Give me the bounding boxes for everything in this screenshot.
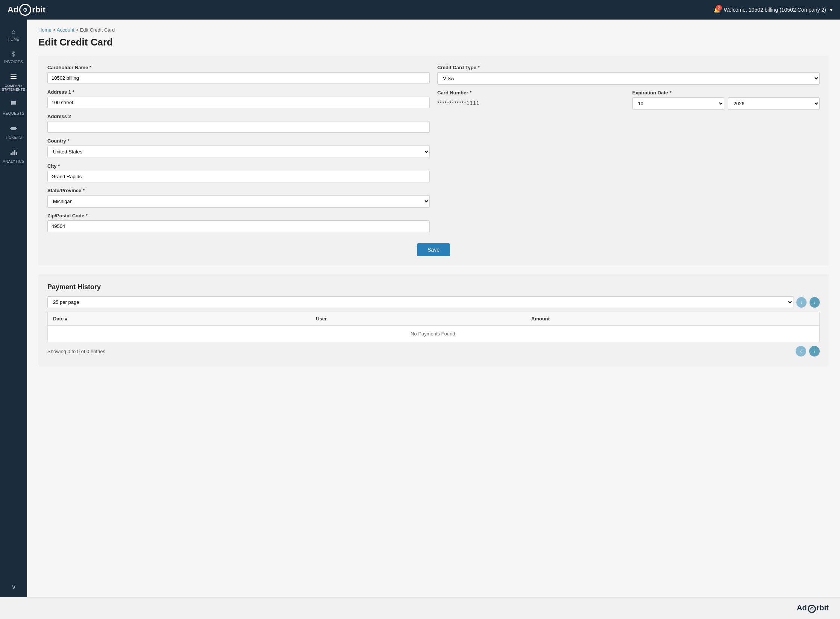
breadcrumb-sep2: > — [76, 27, 80, 33]
address1-group: Address 1 * — [47, 89, 430, 108]
table-header-row: Date▲ User Amount — [48, 312, 820, 326]
sidebar-label-requests: REQUESTS — [3, 111, 24, 115]
expiry-row: 01020304 05060708 09101112 202420252026 … — [632, 97, 820, 110]
sidebar-item-home[interactable]: ⌂ HOME — [0, 23, 27, 46]
bottom-prev-button[interactable]: ‹ — [796, 346, 806, 357]
credit-card-type-group: Credit Card Type * VISA Mastercard Ameri… — [437, 65, 820, 85]
svg-rect-3 — [11, 153, 12, 155]
breadcrumb-sep1: > — [53, 27, 57, 33]
exp-month-select[interactable]: 01020304 05060708 09101112 — [632, 97, 724, 110]
sidebar-item-invoices[interactable]: $ INVOICES — [0, 46, 27, 68]
city-group: City * — [47, 163, 430, 182]
sidebar-label-tickets: TICKETS — [5, 135, 22, 140]
notification-bell[interactable]: 🔔 2 — [714, 7, 720, 13]
logo[interactable]: Ad ⊙ rbit — [8, 4, 45, 16]
empty-message: No Payments Found. — [48, 326, 820, 342]
table-empty-row: No Payments Found. — [48, 326, 820, 342]
chevron-down-icon: ▾ — [830, 7, 832, 13]
address2-label: Address 2 — [47, 114, 430, 119]
zip-input[interactable] — [47, 220, 430, 232]
card-number-label: Card Number * — [437, 90, 625, 96]
edit-credit-card-form: Cardholder Name * Address 1 * Address 2 … — [38, 56, 829, 265]
svg-rect-4 — [12, 152, 14, 155]
svg-rect-6 — [16, 152, 17, 155]
next-page-button[interactable]: › — [810, 297, 820, 308]
user-menu[interactable]: 🔔 2 Welcome, 10502 billing (10502 Compan… — [714, 7, 832, 13]
chevron-down-icon: ∨ — [11, 583, 16, 591]
svg-rect-5 — [14, 150, 15, 155]
sidebar: ⌂ HOME $ INVOICES COMPANYSTATEMENTS — [0, 20, 27, 597]
tickets-icon — [10, 124, 17, 134]
analytics-icon — [10, 149, 17, 158]
sidebar-label-company-statements: COMPANYSTATEMENTS — [2, 84, 25, 91]
zip-label: Zip/Postal Code * — [47, 213, 430, 218]
state-select[interactable]: Michigan California New York Texas Flori… — [47, 195, 430, 208]
breadcrumb-current: Edit Credit Card — [80, 27, 115, 33]
payment-history-title: Payment History — [47, 283, 820, 291]
sidebar-collapse-button[interactable]: ∨ — [11, 583, 16, 597]
city-label: City * — [47, 163, 430, 169]
invoices-icon: $ — [12, 50, 15, 58]
home-icon: ⌂ — [11, 28, 15, 36]
sidebar-item-company-statements[interactable]: COMPANYSTATEMENTS — [0, 68, 27, 96]
sidebar-label-invoices: INVOICES — [4, 60, 23, 64]
credit-card-type-label: Credit Card Type * — [437, 65, 820, 70]
breadcrumb-home-link[interactable]: Home — [38, 27, 52, 33]
bottom-pagination: ‹ › — [796, 346, 820, 357]
showing-entries: Showing 0 to 0 of 0 entries ‹ › — [47, 346, 820, 357]
notification-badge: 2 — [716, 5, 722, 11]
footer: Ad⊙rbit — [0, 597, 840, 619]
welcome-text: Welcome, 10502 billing (10502 Company 2) — [724, 7, 826, 13]
state-group: State/Province * Michigan California New… — [47, 188, 430, 208]
expiration-group: Expiration Date * 01020304 05060708 0910… — [632, 90, 820, 110]
state-label: State/Province * — [47, 188, 430, 193]
svg-rect-1 — [11, 76, 17, 77]
address2-input[interactable] — [47, 121, 430, 133]
main-content: Home > Account > Edit Credit Card Edit C… — [27, 20, 840, 597]
sidebar-label-home: HOME — [8, 37, 19, 41]
sidebar-label-analytics: ANALYTICS — [3, 159, 24, 164]
svg-rect-2 — [11, 78, 17, 79]
form-left-column: Cardholder Name * Address 1 * Address 2 … — [47, 65, 430, 237]
page-title: Edit Credit Card — [38, 36, 829, 48]
card-number-group: Card Number * ************1111 — [437, 90, 625, 110]
sidebar-item-tickets[interactable]: TICKETS — [0, 120, 27, 144]
payment-history-table: Date▲ User Amount No Payments Found. — [47, 312, 820, 342]
city-input[interactable] — [47, 171, 430, 182]
payment-history-section: Payment History 10 per page 25 per page … — [38, 274, 829, 366]
country-group: Country * United States Canada United Ki… — [47, 138, 430, 158]
sidebar-item-requests[interactable]: REQUESTS — [0, 96, 27, 120]
sidebar-item-analytics[interactable]: ANALYTICS — [0, 144, 27, 168]
cardholder-name-input[interactable] — [47, 72, 430, 84]
credit-card-type-select[interactable]: VISA Mastercard American Express Discove… — [437, 72, 820, 85]
company-statements-icon — [10, 73, 17, 82]
prev-page-button[interactable]: ‹ — [796, 297, 807, 308]
expiration-label: Expiration Date * — [632, 90, 820, 96]
showing-text-label: Showing 0 to 0 of 0 entries — [47, 349, 105, 354]
address1-label: Address 1 * — [47, 89, 430, 95]
footer-logo: Ad⊙rbit — [11, 604, 829, 613]
breadcrumb-account-link[interactable]: Account — [57, 27, 74, 33]
top-navigation: Ad ⊙ rbit 🔔 2 Welcome, 10502 billing (10… — [0, 0, 840, 20]
requests-icon — [10, 100, 17, 110]
logo-icon: ⊙ — [19, 4, 31, 16]
country-select[interactable]: United States Canada United Kingdom — [47, 146, 430, 158]
bottom-next-button[interactable]: › — [809, 346, 820, 357]
col-amount: Amount — [526, 312, 820, 326]
country-label: Country * — [47, 138, 430, 144]
cardholder-name-label: Cardholder Name * — [47, 65, 430, 70]
form-right-column: Credit Card Type * VISA Mastercard Ameri… — [437, 65, 820, 237]
breadcrumb: Home > Account > Edit Credit Card — [38, 27, 829, 33]
address2-group: Address 2 — [47, 114, 430, 133]
per-page-select[interactable]: 10 per page 25 per page 50 per page 100 … — [47, 296, 793, 308]
save-button[interactable]: Save — [417, 243, 450, 256]
cardholder-name-group: Cardholder Name * — [47, 65, 430, 84]
address1-input[interactable] — [47, 97, 430, 108]
col-date: Date▲ — [48, 312, 311, 326]
table-controls: 10 per page 25 per page 50 per page 100 … — [47, 296, 820, 308]
svg-rect-0 — [11, 74, 17, 75]
col-user: User — [311, 312, 526, 326]
zip-group: Zip/Postal Code * — [47, 213, 430, 232]
card-number-display: ************1111 — [437, 97, 625, 109]
exp-year-select[interactable]: 202420252026 2027202820292030 — [728, 97, 820, 110]
